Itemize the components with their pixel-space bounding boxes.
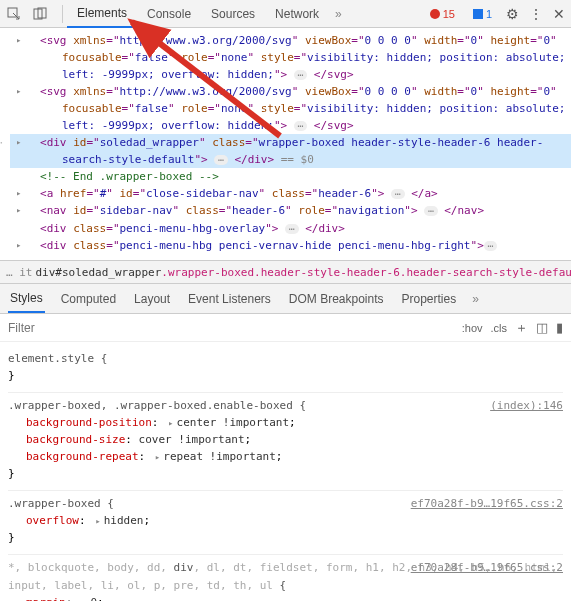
separator: [62, 5, 63, 23]
crumb-classes[interactable]: .wrapper-boxed.header-style-header-6.hea…: [161, 266, 571, 279]
more-subtabs-icon[interactable]: »: [472, 292, 479, 306]
panel-dock-icon[interactable]: ▮: [556, 320, 563, 335]
breadcrumb[interactable]: … it div#soledad_wrapper.wrapper-boxed.h…: [0, 260, 571, 284]
dom-node[interactable]: <div class="penci-menu-hbg penci-vernav-…: [10, 237, 571, 254]
new-style-icon[interactable]: ＋: [515, 319, 528, 337]
error-badge[interactable]: 15: [426, 7, 459, 21]
style-rule[interactable]: element.style {}: [8, 346, 563, 393]
kebab-icon[interactable]: ⋮: [529, 6, 543, 22]
subtab-styles[interactable]: Styles: [8, 285, 45, 313]
dom-node[interactable]: ⋯<div id="soledad_wrapper" class="wrappe…: [10, 134, 571, 168]
more-tabs-icon[interactable]: »: [329, 7, 348, 21]
styles-filter-input[interactable]: [8, 321, 454, 335]
inspect-icon[interactable]: [6, 6, 22, 22]
tab-console[interactable]: Console: [137, 1, 201, 27]
dom-node[interactable]: <svg xmlns="http://www.w3.org/2000/svg" …: [10, 32, 571, 83]
dom-node[interactable]: <nav id="sidebar-nav" class="header-6" r…: [10, 202, 571, 219]
close-icon[interactable]: ✕: [553, 6, 565, 22]
styles-subtabs: Styles Computed Layout Event Listeners D…: [0, 284, 571, 314]
crumb-main[interactable]: div#soledad_wrapper: [36, 266, 162, 279]
subtab-dom-breakpoints[interactable]: DOM Breakpoints: [287, 286, 386, 312]
box-model-icon[interactable]: ◫: [536, 320, 548, 335]
device-icon[interactable]: [32, 6, 48, 22]
dom-tree[interactable]: <svg xmlns="http://www.w3.org/2000/svg" …: [0, 28, 571, 260]
crumb-prefix: … it: [6, 266, 33, 279]
topbar-right: 15 1 ⚙ ⋮ ✕: [426, 6, 565, 22]
gear-icon[interactable]: ⚙: [506, 6, 519, 22]
styles-filterbar: :hov .cls ＋ ◫ ▮: [0, 314, 571, 342]
hov-toggle[interactable]: :hov: [462, 322, 483, 334]
subtab-event-listeners[interactable]: Event Listeners: [186, 286, 273, 312]
msg-badge[interactable]: 1: [469, 7, 496, 21]
subtab-layout[interactable]: Layout: [132, 286, 172, 312]
tab-network[interactable]: Network: [265, 1, 329, 27]
msg-count: 1: [486, 8, 492, 20]
dom-node[interactable]: <!-- End .wrapper-boxed -->: [10, 168, 571, 185]
style-rule[interactable]: .wrapper-boxed {ef70a28f-b9…19f65.css:2o…: [8, 491, 563, 555]
style-rule[interactable]: *, blockquote, body, dd, div, dl, dt, fi…: [8, 555, 563, 601]
error-count: 15: [443, 8, 455, 20]
subtab-computed[interactable]: Computed: [59, 286, 118, 312]
styles-panel[interactable]: element.style {}.wrapper-boxed, .wrapper…: [0, 342, 571, 601]
dom-node[interactable]: <div class="penci-menu-hbg-overlay"> ⋯ <…: [10, 220, 571, 237]
style-rule[interactable]: .wrapper-boxed, .wrapper-boxed.enable-bo…: [8, 393, 563, 491]
tab-sources[interactable]: Sources: [201, 1, 265, 27]
main-tabs: Elements Console Sources Network »: [67, 0, 426, 28]
devtools-topbar: Elements Console Sources Network » 15 1 …: [0, 0, 571, 28]
dom-node[interactable]: <a href="#" id="close-sidebar-nav" class…: [10, 185, 571, 202]
dom-node[interactable]: <svg xmlns="http://www.w3.org/2000/svg" …: [10, 83, 571, 134]
cls-toggle[interactable]: .cls: [491, 322, 508, 334]
subtab-properties[interactable]: Properties: [400, 286, 459, 312]
tab-elements[interactable]: Elements: [67, 0, 137, 28]
